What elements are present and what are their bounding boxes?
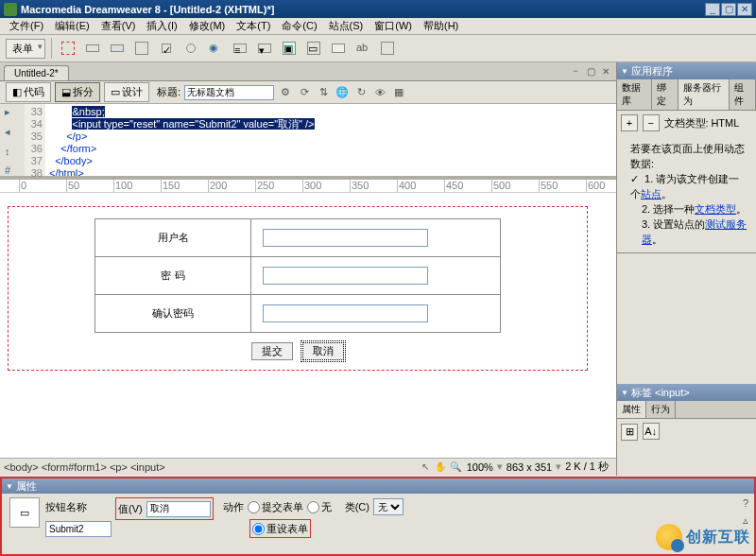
button-name-label: 按钮名称: [45, 500, 87, 514]
view-options-icon[interactable]: 👁: [372, 85, 387, 100]
window-titlebar: Macromedia Dreamweaver 8 - [Untitled-2 (…: [0, 0, 756, 18]
checkbox-icon[interactable]: ✓: [156, 38, 177, 59]
browser-icon[interactable]: 🌐: [335, 85, 350, 100]
username-input[interactable]: [263, 229, 428, 247]
close-button[interactable]: ✕: [737, 3, 752, 16]
menu-file[interactable]: 文件(F): [4, 19, 49, 33]
tab-behaviors[interactable]: 行为: [646, 401, 676, 418]
link-doctype[interactable]: 文档类型: [695, 203, 736, 215]
design-view-pane[interactable]: 用户名 密 码 确认密码: [0, 193, 616, 458]
view-split-button[interactable]: ⬓拆分: [55, 82, 100, 102]
button-element-icon: ▭: [9, 497, 40, 528]
separator: [51, 38, 52, 59]
visual-aids-icon[interactable]: ▦: [391, 85, 406, 100]
document-toolbar: ◧代码 ⬓拆分 ▭设计 标题: ⚙ ⟳ ⇅ 🌐 ↻ 👁 ▦: [0, 81, 616, 104]
list-menu-icon[interactable]: ≡: [230, 38, 250, 59]
textfield-icon[interactable]: [82, 38, 103, 59]
menu-window[interactable]: 窗口(W): [369, 19, 418, 33]
menu-edit[interactable]: 编辑(E): [49, 19, 95, 33]
minimize-button[interactable]: _: [705, 3, 720, 16]
confirm-password-input[interactable]: [263, 304, 428, 322]
zoom-level[interactable]: 100%: [463, 461, 497, 473]
application-panel-tabs: 数据库 绑定 服务器行为 组件: [617, 79, 756, 111]
class-label: 类(C): [345, 500, 369, 514]
refresh-icon[interactable]: ↻: [353, 85, 369, 100]
action-group: 动作 提交表单 无: [223, 497, 332, 516]
tab-attributes[interactable]: 属性: [617, 401, 646, 418]
validate-icon[interactable]: ⚙: [278, 85, 293, 100]
jump-menu-icon[interactable]: ▾: [254, 38, 275, 59]
maximize-button[interactable]: ▢: [721, 3, 736, 16]
properties-header[interactable]: ▼属性: [2, 478, 754, 494]
line-numbers-icon[interactable]: #: [5, 165, 20, 176]
page-title-input[interactable]: [184, 85, 274, 100]
radio-group-icon[interactable]: ◉: [205, 38, 226, 59]
line-number-column: 33343536373839: [25, 104, 45, 176]
hand-tool-icon[interactable]: ✋: [434, 460, 447, 474]
view-design-button[interactable]: ▭设计: [104, 82, 149, 102]
menu-view[interactable]: 查看(V): [95, 19, 142, 33]
form-icon[interactable]: [58, 38, 78, 59]
button-name-input[interactable]: [45, 521, 112, 537]
radio-icon[interactable]: [180, 38, 201, 59]
fieldset-icon[interactable]: [377, 38, 398, 59]
menu-insert[interactable]: 插入(I): [141, 19, 182, 33]
menu-site[interactable]: 站点(S): [323, 19, 369, 33]
image-field-icon[interactable]: ▣: [279, 38, 300, 59]
quick-tag-icon[interactable]: ▵: [743, 514, 748, 527]
server-behavior-help: 若要在该页面上使用动态数据: ✓ 1. 请为该文件创建一个站点。 2. 选择一种…: [617, 135, 756, 252]
tag-sort-category-icon[interactable]: ⊞: [621, 424, 638, 441]
preview-icon[interactable]: ⟳: [297, 85, 312, 100]
window-size[interactable]: 863 x 351: [503, 461, 556, 473]
form-outline: 用户名 密 码 确认密码: [8, 206, 588, 371]
zoom-tool-icon[interactable]: 🔍: [449, 460, 462, 474]
file-mgmt-icon[interactable]: ⇅: [316, 85, 331, 100]
tag-inspector-panel: ▼标签 <input> 属性 行为 ⊞ A↓: [616, 384, 756, 476]
remove-behavior-button[interactable]: −: [643, 114, 660, 131]
view-code-button[interactable]: ◧代码: [6, 82, 51, 102]
collapse-icon[interactable]: ▸: [5, 106, 20, 118]
tab-components[interactable]: 组件: [730, 79, 756, 110]
menu-text[interactable]: 文本(T): [231, 19, 276, 33]
action-none-radio[interactable]: [307, 501, 319, 513]
doc-close-icon[interactable]: ✕: [599, 64, 612, 78]
document-tab[interactable]: Untitled-2*: [4, 65, 69, 80]
button-icon[interactable]: [328, 38, 349, 59]
tab-database[interactable]: 数据库: [617, 79, 652, 110]
link-site[interactable]: 站点: [641, 188, 662, 200]
submit-button[interactable]: [251, 342, 293, 360]
file-field-icon[interactable]: ▭: [303, 38, 324, 59]
menu-help[interactable]: 帮助(H): [418, 19, 464, 33]
insert-category-dropdown[interactable]: 表单: [6, 39, 45, 59]
doctype-value: HTML: [711, 117, 739, 129]
tag-sort-alpha-icon[interactable]: A↓: [643, 423, 660, 440]
application-panel-header[interactable]: ▼应用程序: [617, 62, 756, 79]
class-select[interactable]: 无: [373, 498, 404, 515]
menu-commands[interactable]: 命令(C): [276, 19, 322, 33]
doc-minimize-icon[interactable]: －: [569, 64, 582, 78]
add-behavior-button[interactable]: +: [621, 114, 638, 131]
action-submit-radio[interactable]: [248, 501, 260, 513]
window-title: Macromedia Dreamweaver 8 - [Untitled-2 (…: [21, 4, 705, 15]
tag-path[interactable]: <body> <form#form1> <p> <input>: [4, 461, 418, 473]
password-input[interactable]: [263, 267, 428, 285]
app-logo-icon: [4, 3, 17, 16]
textarea-icon[interactable]: [131, 38, 152, 59]
code-text-area[interactable]: &nbsp; <input type="reset" name="Submit2…: [45, 104, 616, 176]
action-reset-radio[interactable]: [252, 523, 265, 535]
value-input[interactable]: [146, 501, 211, 517]
doc-restore-icon[interactable]: ▢: [584, 64, 597, 78]
label-password: 密 码: [95, 257, 251, 295]
tab-server-behaviors[interactable]: 服务器行为: [679, 79, 730, 110]
menu-modify[interactable]: 修改(M): [183, 19, 232, 33]
label-icon[interactable]: ab: [352, 38, 373, 59]
help-icon[interactable]: ?: [743, 497, 748, 509]
tag-panel-header[interactable]: ▼标签 <input>: [617, 384, 756, 401]
label-confirm-password: 确认密码: [95, 295, 251, 333]
cancel-button[interactable]: [302, 342, 344, 360]
expand-icon[interactable]: ◂: [5, 126, 20, 138]
select-parent-icon[interactable]: ↕: [5, 146, 20, 157]
select-tool-icon[interactable]: ↖: [419, 460, 432, 474]
hidden-field-icon[interactable]: [107, 38, 128, 59]
tab-bindings[interactable]: 绑定: [652, 79, 679, 110]
